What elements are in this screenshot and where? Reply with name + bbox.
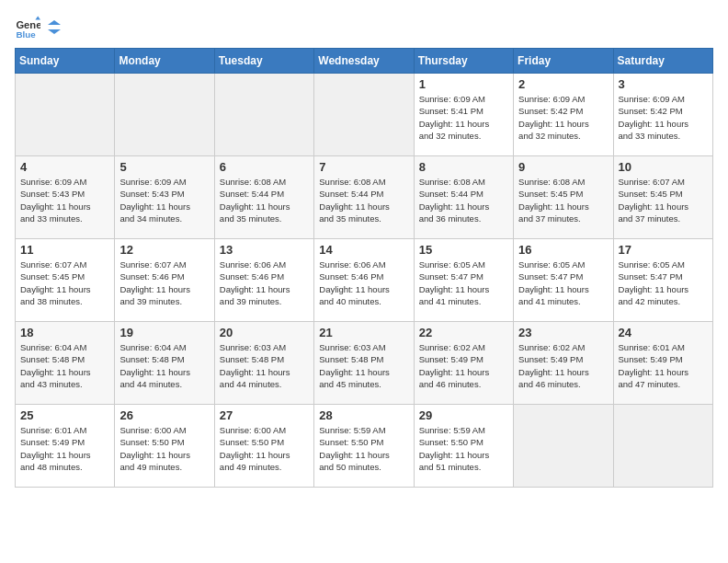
calendar-cell: 28Sunrise: 5:59 AMSunset: 5:50 PMDayligh… [314, 405, 414, 488]
day-number: 24 [619, 326, 708, 339]
day-info: Sunrise: 6:02 AMSunset: 5:49 PMDaylight:… [419, 341, 508, 390]
day-info: Sunrise: 6:07 AMSunset: 5:46 PMDaylight:… [119, 259, 209, 307]
day-number: 22 [419, 326, 508, 339]
day-info: Sunrise: 6:08 AMSunset: 5:44 PMDaylight:… [419, 176, 508, 224]
calendar-cell: 16Sunrise: 6:05 AMSunset: 5:47 PMDayligh… [514, 239, 613, 322]
day-number: 21 [319, 326, 408, 339]
calendar-cell: 9Sunrise: 6:08 AMSunset: 5:45 PMDaylight… [514, 156, 613, 239]
day-number: 7 [319, 160, 408, 174]
calendar-cell: 13Sunrise: 6:06 AMSunset: 5:46 PMDayligh… [214, 239, 313, 322]
page-header: General Blue [15, 15, 713, 40]
calendar-cell: 2Sunrise: 6:09 AMSunset: 5:42 PMDaylight… [514, 74, 613, 156]
day-header-saturday: Saturday [613, 49, 712, 74]
calendar-cell: 22Sunrise: 6:02 AMSunset: 5:49 PMDayligh… [414, 322, 513, 405]
day-info: Sunrise: 6:03 AMSunset: 5:48 PMDaylight:… [319, 341, 408, 390]
calendar-cell [613, 405, 712, 488]
day-header-sunday: Sunday [16, 49, 115, 74]
day-number: 10 [619, 160, 708, 174]
day-info: Sunrise: 6:02 AMSunset: 5:49 PMDaylight:… [518, 341, 608, 390]
calendar-week-row: 18Sunrise: 6:04 AMSunset: 5:48 PMDayligh… [16, 322, 713, 405]
calendar-cell: 19Sunrise: 6:04 AMSunset: 5:48 PMDayligh… [115, 322, 214, 405]
calendar-cell: 8Sunrise: 6:08 AMSunset: 5:44 PMDaylight… [414, 156, 513, 239]
day-info: Sunrise: 6:01 AMSunset: 5:49 PMDaylight:… [619, 341, 708, 390]
day-info: Sunrise: 6:03 AMSunset: 5:48 PMDaylight:… [220, 341, 309, 390]
day-header-wednesday: Wednesday [314, 49, 414, 74]
svg-text:Blue: Blue [16, 29, 36, 40]
calendar-cell [514, 405, 613, 488]
calendar-week-row: 25Sunrise: 6:01 AMSunset: 5:49 PMDayligh… [16, 405, 713, 488]
day-info: Sunrise: 6:06 AMSunset: 5:46 PMDaylight:… [220, 259, 309, 307]
calendar-cell [314, 74, 414, 156]
day-number: 27 [220, 408, 309, 422]
day-info: Sunrise: 6:07 AMSunset: 5:45 PMDaylight:… [619, 176, 708, 224]
day-info: Sunrise: 5:59 AMSunset: 5:50 PMDaylight:… [419, 424, 508, 473]
day-number: 23 [518, 326, 608, 339]
calendar-cell [115, 74, 214, 156]
day-number: 9 [518, 160, 608, 174]
day-info: Sunrise: 6:05 AMSunset: 5:47 PMDaylight:… [518, 259, 608, 307]
calendar-cell: 10Sunrise: 6:07 AMSunset: 5:45 PMDayligh… [613, 156, 712, 239]
day-number: 12 [119, 243, 209, 257]
calendar-cell: 3Sunrise: 6:09 AMSunset: 5:42 PMDaylight… [613, 74, 712, 156]
calendar-cell: 6Sunrise: 6:08 AMSunset: 5:44 PMDaylight… [214, 156, 313, 239]
day-number: 26 [119, 408, 209, 422]
day-number: 15 [419, 243, 508, 257]
day-info: Sunrise: 6:09 AMSunset: 5:41 PMDaylight:… [419, 93, 508, 142]
day-number: 1 [419, 77, 508, 91]
calendar-cell: 25Sunrise: 6:01 AMSunset: 5:49 PMDayligh… [16, 405, 115, 488]
day-number: 29 [419, 408, 508, 422]
calendar-header-row: SundayMondayTuesdayWednesdayThursdayFrid… [16, 49, 713, 74]
logo-arrow-icon [46, 19, 63, 36]
day-number: 11 [20, 243, 109, 257]
day-info: Sunrise: 6:08 AMSunset: 5:44 PMDaylight:… [319, 176, 408, 224]
day-info: Sunrise: 6:04 AMSunset: 5:48 PMDaylight:… [20, 341, 109, 390]
day-number: 3 [619, 77, 708, 91]
day-info: Sunrise: 6:09 AMSunset: 5:43 PMDaylight:… [119, 176, 209, 224]
day-info: Sunrise: 6:05 AMSunset: 5:47 PMDaylight:… [619, 259, 708, 307]
day-info: Sunrise: 6:00 AMSunset: 5:50 PMDaylight:… [119, 424, 209, 473]
day-info: Sunrise: 6:06 AMSunset: 5:46 PMDaylight:… [319, 259, 408, 307]
day-number: 16 [518, 243, 608, 257]
calendar-cell: 23Sunrise: 6:02 AMSunset: 5:49 PMDayligh… [514, 322, 613, 405]
day-number: 6 [220, 160, 309, 174]
day-info: Sunrise: 6:01 AMSunset: 5:49 PMDaylight:… [20, 424, 109, 473]
day-info: Sunrise: 6:00 AMSunset: 5:50 PMDaylight:… [220, 424, 309, 473]
day-number: 20 [220, 326, 309, 339]
calendar-cell [214, 74, 313, 156]
day-info: Sunrise: 6:08 AMSunset: 5:45 PMDaylight:… [518, 176, 608, 224]
calendar-cell: 27Sunrise: 6:00 AMSunset: 5:50 PMDayligh… [214, 405, 313, 488]
day-info: Sunrise: 6:09 AMSunset: 5:43 PMDaylight:… [20, 176, 109, 224]
day-info: Sunrise: 6:09 AMSunset: 5:42 PMDaylight:… [619, 93, 708, 142]
day-number: 14 [319, 243, 408, 257]
day-info: Sunrise: 6:09 AMSunset: 5:42 PMDaylight:… [518, 93, 608, 142]
calendar-cell: 7Sunrise: 6:08 AMSunset: 5:44 PMDaylight… [314, 156, 414, 239]
svg-marker-3 [48, 20, 61, 25]
calendar-cell: 12Sunrise: 6:07 AMSunset: 5:46 PMDayligh… [115, 239, 214, 322]
day-header-monday: Monday [115, 49, 214, 74]
day-number: 2 [518, 77, 608, 91]
day-number: 8 [419, 160, 508, 174]
calendar-cell: 5Sunrise: 6:09 AMSunset: 5:43 PMDaylight… [115, 156, 214, 239]
day-number: 19 [119, 326, 209, 339]
calendar-cell: 4Sunrise: 6:09 AMSunset: 5:43 PMDaylight… [16, 156, 115, 239]
calendar-cell: 20Sunrise: 6:03 AMSunset: 5:48 PMDayligh… [214, 322, 313, 405]
calendar-cell: 18Sunrise: 6:04 AMSunset: 5:48 PMDayligh… [16, 322, 115, 405]
day-number: 25 [20, 408, 109, 422]
logo: General Blue [15, 15, 63, 40]
calendar-cell: 11Sunrise: 6:07 AMSunset: 5:45 PMDayligh… [16, 239, 115, 322]
calendar: SundayMondayTuesdayWednesdayThursdayFrid… [15, 48, 713, 488]
day-info: Sunrise: 6:04 AMSunset: 5:48 PMDaylight:… [119, 341, 209, 390]
calendar-cell: 21Sunrise: 6:03 AMSunset: 5:48 PMDayligh… [314, 322, 414, 405]
calendar-week-row: 4Sunrise: 6:09 AMSunset: 5:43 PMDaylight… [16, 156, 713, 239]
day-number: 5 [119, 160, 209, 174]
calendar-cell: 26Sunrise: 6:00 AMSunset: 5:50 PMDayligh… [115, 405, 214, 488]
day-number: 28 [319, 408, 408, 422]
day-number: 13 [220, 243, 309, 257]
calendar-week-row: 11Sunrise: 6:07 AMSunset: 5:45 PMDayligh… [16, 239, 713, 322]
calendar-cell: 14Sunrise: 6:06 AMSunset: 5:46 PMDayligh… [314, 239, 414, 322]
calendar-week-row: 1Sunrise: 6:09 AMSunset: 5:41 PMDaylight… [16, 74, 713, 156]
day-header-friday: Friday [514, 49, 613, 74]
day-info: Sunrise: 6:07 AMSunset: 5:45 PMDaylight:… [20, 259, 109, 307]
calendar-cell: 17Sunrise: 6:05 AMSunset: 5:47 PMDayligh… [613, 239, 712, 322]
day-info: Sunrise: 6:05 AMSunset: 5:47 PMDaylight:… [419, 259, 508, 307]
